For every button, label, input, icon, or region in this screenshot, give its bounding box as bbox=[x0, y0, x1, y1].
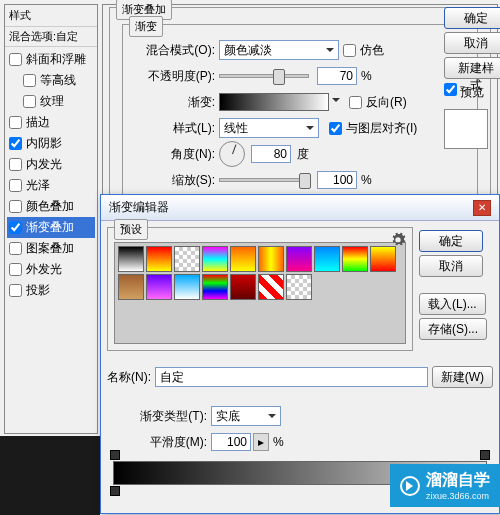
style-item[interactable]: 内发光 bbox=[7, 154, 95, 175]
shape-label: 样式(L): bbox=[129, 120, 219, 137]
angle-label: 角度(N): bbox=[129, 146, 219, 163]
grad-type-select[interactable]: 实底 bbox=[211, 406, 281, 426]
preset-swatch[interactable] bbox=[202, 274, 228, 300]
style-label: 内阴影 bbox=[26, 135, 62, 152]
preset-swatch[interactable] bbox=[258, 246, 284, 272]
style-list: 斜面和浮雕等高线纹理描边内阴影内发光光泽颜色叠加渐变叠加图案叠加外发光投影 bbox=[5, 47, 97, 303]
style-label: 外发光 bbox=[26, 261, 62, 278]
gradient-label: 渐变: bbox=[129, 94, 219, 111]
style-checkbox[interactable] bbox=[9, 158, 22, 171]
angle-dial[interactable] bbox=[219, 141, 245, 167]
gear-icon[interactable] bbox=[390, 232, 406, 251]
preset-swatch[interactable] bbox=[174, 246, 200, 272]
smooth-input[interactable] bbox=[211, 433, 251, 451]
cancel-button[interactable]: 取消 bbox=[444, 32, 500, 54]
preset-swatch[interactable] bbox=[314, 246, 340, 272]
reverse-label: 反向(R) bbox=[366, 94, 407, 111]
new-style-button[interactable]: 新建样式 bbox=[444, 57, 500, 79]
preview-checkbox[interactable] bbox=[444, 83, 457, 96]
style-item[interactable]: 光泽 bbox=[7, 175, 95, 196]
scale-slider[interactable] bbox=[219, 178, 309, 182]
style-item[interactable]: 等高线 bbox=[7, 70, 95, 91]
blend-options-header[interactable]: 混合选项:自定 bbox=[5, 26, 97, 47]
style-checkbox[interactable] bbox=[9, 221, 22, 234]
presets-label: 预设 bbox=[114, 219, 148, 240]
preset-swatch[interactable] bbox=[118, 246, 144, 272]
preset-swatch[interactable] bbox=[286, 274, 312, 300]
canvas-dark bbox=[0, 436, 100, 515]
style-label: 渐变叠加 bbox=[26, 219, 74, 236]
style-checkbox[interactable] bbox=[23, 74, 36, 87]
style-checkbox[interactable] bbox=[23, 95, 36, 108]
name-input[interactable] bbox=[155, 367, 428, 387]
style-label: 投影 bbox=[26, 282, 50, 299]
new-button[interactable]: 新建(W) bbox=[432, 366, 493, 388]
preset-swatch[interactable] bbox=[342, 246, 368, 272]
opacity-slider[interactable] bbox=[219, 74, 309, 78]
style-checkbox[interactable] bbox=[9, 179, 22, 192]
preset-swatch[interactable] bbox=[146, 246, 172, 272]
style-item[interactable]: 外发光 bbox=[7, 259, 95, 280]
dither-checkbox[interactable] bbox=[343, 44, 356, 57]
close-icon[interactable]: ✕ bbox=[473, 200, 491, 216]
reverse-checkbox[interactable] bbox=[349, 96, 362, 109]
scale-input[interactable] bbox=[317, 171, 357, 189]
editor-titlebar[interactable]: 渐变编辑器 ✕ bbox=[101, 195, 499, 221]
style-item[interactable]: 图案叠加 bbox=[7, 238, 95, 259]
preset-swatch[interactable] bbox=[258, 274, 284, 300]
style-item[interactable]: 纹理 bbox=[7, 91, 95, 112]
align-checkbox[interactable] bbox=[329, 122, 342, 135]
style-label: 内发光 bbox=[26, 156, 62, 173]
style-item[interactable]: 渐变叠加 bbox=[7, 217, 95, 238]
style-item[interactable]: 投影 bbox=[7, 280, 95, 301]
styles-panel: 样式 混合选项:自定 斜面和浮雕等高线纹理描边内阴影内发光光泽颜色叠加渐变叠加图… bbox=[4, 4, 98, 434]
opacity-label: 不透明度(P): bbox=[129, 68, 219, 85]
preset-swatch[interactable] bbox=[202, 246, 228, 272]
preset-swatch[interactable] bbox=[230, 246, 256, 272]
styles-title: 样式 bbox=[5, 5, 97, 26]
scale-label: 缩放(S): bbox=[129, 172, 219, 189]
ok-button[interactable]: 确定 bbox=[444, 7, 500, 29]
save-button[interactable]: 存储(S)... bbox=[419, 318, 487, 340]
editor-title: 渐变编辑器 bbox=[109, 199, 169, 216]
preset-swatch[interactable] bbox=[174, 274, 200, 300]
style-label: 斜面和浮雕 bbox=[26, 51, 86, 68]
style-checkbox[interactable] bbox=[9, 137, 22, 150]
opacity-input[interactable] bbox=[317, 67, 357, 85]
style-checkbox[interactable] bbox=[9, 116, 22, 129]
load-button[interactable]: 载入(L)... bbox=[419, 293, 486, 315]
dither-label: 仿色 bbox=[360, 42, 384, 59]
angle-input[interactable] bbox=[251, 145, 291, 163]
style-label: 光泽 bbox=[26, 177, 50, 194]
style-checkbox[interactable] bbox=[9, 242, 22, 255]
style-item[interactable]: 描边 bbox=[7, 112, 95, 133]
preset-swatch[interactable] bbox=[118, 274, 144, 300]
style-item[interactable]: 内阴影 bbox=[7, 133, 95, 154]
smooth-flyout-icon[interactable]: ▸ bbox=[253, 433, 269, 451]
color-stop-left[interactable] bbox=[110, 486, 120, 496]
style-checkbox[interactable] bbox=[9, 284, 22, 297]
editor-cancel-button[interactable]: 取消 bbox=[419, 255, 483, 277]
blend-mode-label: 混合模式(O): bbox=[129, 42, 219, 59]
preset-swatch[interactable] bbox=[146, 274, 172, 300]
inner-title: 渐变 bbox=[129, 16, 163, 37]
opacity-stop-left[interactable] bbox=[110, 450, 120, 460]
style-item[interactable]: 颜色叠加 bbox=[7, 196, 95, 217]
preset-grid[interactable] bbox=[114, 242, 406, 344]
editor-ok-button[interactable]: 确定 bbox=[419, 230, 483, 252]
blend-mode-select[interactable]: 颜色减淡 bbox=[219, 40, 339, 60]
style-checkbox[interactable] bbox=[9, 263, 22, 276]
style-checkbox[interactable] bbox=[9, 200, 22, 213]
shape-select[interactable]: 线性 bbox=[219, 118, 319, 138]
style-checkbox[interactable] bbox=[9, 53, 22, 66]
style-label: 等高线 bbox=[40, 72, 76, 89]
style-label: 图案叠加 bbox=[26, 240, 74, 257]
align-label: 与图层对齐(I) bbox=[346, 120, 417, 137]
preset-swatch[interactable] bbox=[230, 274, 256, 300]
style-item[interactable]: 斜面和浮雕 bbox=[7, 49, 95, 70]
preset-swatch[interactable] bbox=[286, 246, 312, 272]
watermark: 溜溜自学 zixue.3d66.com bbox=[390, 464, 500, 507]
opacity-stop-right[interactable] bbox=[480, 450, 490, 460]
gradient-picker[interactable] bbox=[219, 93, 329, 111]
style-label: 颜色叠加 bbox=[26, 198, 74, 215]
